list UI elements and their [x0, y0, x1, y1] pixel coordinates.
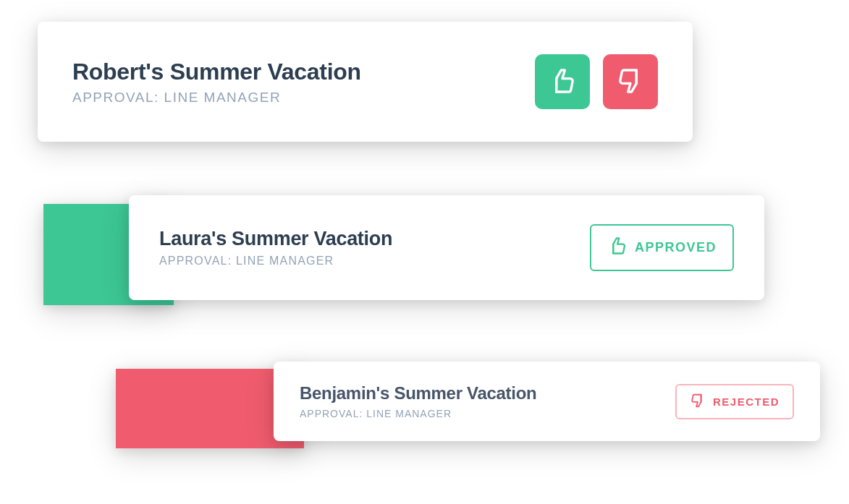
thumbs-up-icon [548, 67, 577, 98]
approval-actions [535, 54, 658, 109]
card-content: Laura's Summer Vacation APPROVAL: LINE M… [159, 228, 392, 268]
approve-button[interactable] [535, 54, 590, 109]
status-label: APPROVED [635, 240, 717, 255]
thumbs-down-icon [690, 393, 706, 411]
thumbs-up-icon [607, 236, 628, 260]
card-title: Laura's Summer Vacation [159, 228, 392, 250]
status-badge-rejected: REJECTED [675, 384, 794, 419]
card-title: Benjamin's Summer Vacation [300, 383, 536, 403]
approval-card-rejected: Benjamin's Summer Vacation APPROVAL: LIN… [274, 362, 820, 441]
thumbs-down-icon [616, 67, 645, 98]
card-subtitle: APPROVAL: LINE MANAGER [159, 255, 392, 268]
card-content: Robert's Summer Vacation APPROVAL: LINE … [72, 59, 361, 106]
approval-card-pending: Robert's Summer Vacation APPROVAL: LINE … [38, 22, 693, 142]
status-badge-approved: APPROVED [590, 224, 734, 271]
reject-button[interactable] [603, 54, 658, 109]
card-title: Robert's Summer Vacation [72, 59, 361, 85]
card-content: Benjamin's Summer Vacation APPROVAL: LIN… [300, 383, 536, 419]
approval-card-approved: Laura's Summer Vacation APPROVAL: LINE M… [129, 195, 764, 300]
status-label: REJECTED [713, 396, 780, 408]
card-subtitle: APPROVAL: LINE MANAGER [300, 408, 536, 419]
card-subtitle: APPROVAL: LINE MANAGER [72, 90, 361, 106]
